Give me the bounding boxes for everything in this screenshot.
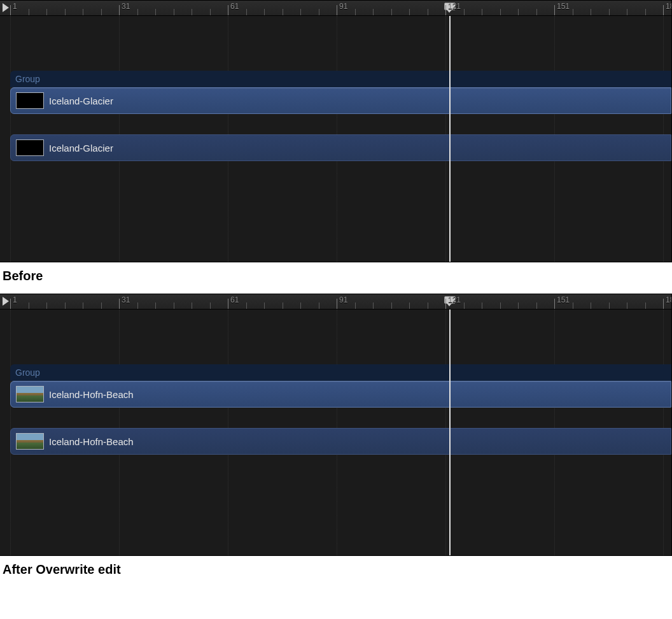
ruler-tick-label: 91 — [339, 295, 347, 304]
clip[interactable]: Iceland-Hofn-Beach — [10, 428, 671, 455]
ruler-tick-major — [554, 299, 555, 309]
ruler-tick — [518, 302, 519, 309]
clip-name: Iceland-Hofn-Beach — [49, 436, 134, 447]
ruler-tick-major — [228, 299, 228, 309]
ruler-tick-label: 61 — [230, 295, 239, 304]
ruler-tick-major — [445, 299, 446, 309]
ruler-tick — [482, 302, 482, 309]
ruler-tick — [246, 9, 247, 15]
ruler-tick — [65, 302, 66, 309]
ruler-tick — [174, 302, 174, 309]
clip-thumbnail — [16, 386, 44, 402]
clip-name: Iceland-Glacier — [49, 96, 113, 106]
ruler-tick — [500, 9, 501, 15]
ruler-tick-major — [10, 5, 11, 15]
timeline-ruler[interactable]: 1316191121151181 — [0, 294, 671, 310]
ruler-tick — [192, 9, 192, 15]
ruler-tick — [300, 302, 301, 309]
timeline-after: 1316191121151181 Group Iceland-Hofn-Beac… — [0, 294, 672, 556]
ruler-tick — [627, 302, 627, 309]
ruler-tick-label: 31 — [122, 295, 130, 304]
ruler-tick — [428, 302, 428, 309]
clip-thumbnail — [16, 433, 44, 450]
ruler-tick — [210, 9, 211, 15]
ruler-tick-major — [663, 5, 664, 15]
ruler-tick-major — [337, 299, 337, 309]
ruler-tick — [283, 9, 283, 15]
ruler-tick — [264, 302, 265, 309]
ruler-tick — [83, 302, 83, 309]
ruler-tick — [573, 302, 573, 309]
ruler-tick-major — [445, 5, 446, 15]
ruler-tick — [536, 302, 537, 309]
ruler-tick — [355, 9, 356, 15]
ruler-tick — [283, 302, 283, 309]
ruler-tick — [373, 302, 374, 309]
group-label: Group — [15, 367, 40, 378]
group-header[interactable]: Group — [10, 364, 671, 381]
ruler-tick — [319, 9, 319, 15]
ruler-tick-major — [119, 299, 120, 309]
ruler-tick — [464, 302, 465, 309]
ruler-tick-major — [228, 5, 228, 15]
ruler-tick — [645, 9, 646, 15]
ruler-tick — [155, 302, 156, 309]
clip-name: Iceland-Glacier — [49, 143, 113, 153]
timeline-start-marker-icon — [3, 297, 9, 306]
ruler-tick — [101, 9, 102, 15]
ruler-tick — [264, 9, 265, 15]
ruler-tick — [609, 9, 610, 15]
ruler-tick — [536, 9, 537, 15]
group-header[interactable]: Group — [10, 71, 671, 87]
ruler-tick-major — [10, 299, 11, 309]
ruler-tick — [137, 302, 138, 309]
timeline-ruler[interactable]: 1316191121151181 — [0, 1, 671, 16]
ruler-tick-major — [337, 5, 337, 15]
ruler-tick — [645, 302, 646, 309]
timeline-tracks-area[interactable]: Group Iceland-Hofn-Beach Iceland-Hofn-Be… — [0, 310, 671, 555]
clip-thumbnail — [16, 139, 44, 156]
ruler-tick — [246, 302, 247, 309]
timeline-tracks-area[interactable]: Group Iceland-Glacier Iceland-Glacier — [0, 16, 671, 262]
caption-after: After Overwrite edit — [0, 556, 672, 587]
ruler-tick — [101, 302, 102, 309]
clip[interactable]: Iceland-Glacier — [10, 134, 671, 161]
caption-before: Before — [0, 262, 672, 294]
ruler-tick — [464, 9, 465, 15]
ruler-tick — [300, 9, 301, 15]
ruler-tick — [29, 9, 29, 15]
ruler-tick-label: 121 — [448, 295, 461, 304]
ruler-tick-label: 1 — [13, 2, 17, 11]
ruler-tick — [500, 302, 501, 309]
ruler-tick-label: 151 — [557, 2, 570, 11]
ruler-tick — [428, 9, 428, 15]
ruler-tick-label: 91 — [339, 2, 347, 11]
ruler-tick — [391, 9, 392, 15]
ruler-tick — [355, 302, 356, 309]
ruler-tick — [591, 302, 591, 309]
ruler-tick — [409, 9, 410, 15]
ruler-tick — [319, 302, 319, 309]
ruler-tick — [46, 9, 47, 15]
ruler-tick — [627, 9, 627, 15]
ruler-tick-label: 61 — [230, 2, 239, 11]
ruler-tick-major — [663, 299, 664, 309]
ruler-tick-major — [554, 5, 555, 15]
ruler-tick-major — [119, 5, 120, 15]
ruler-tick — [192, 302, 192, 309]
ruler-tick-label: 181 — [666, 2, 672, 11]
ruler-tick — [591, 9, 591, 15]
clip-name: Iceland-Hofn-Beach — [49, 389, 134, 400]
clip[interactable]: Iceland-Glacier — [10, 87, 671, 114]
ruler-tick — [482, 9, 482, 15]
ruler-tick-label: 181 — [666, 295, 672, 304]
ruler-tick — [391, 302, 392, 309]
group-label: Group — [15, 74, 40, 84]
ruler-tick — [137, 9, 138, 15]
ruler-tick — [155, 9, 156, 15]
ruler-tick — [83, 9, 83, 15]
clip[interactable]: Iceland-Hofn-Beach — [10, 381, 671, 408]
ruler-tick — [46, 302, 47, 309]
ruler-tick — [210, 302, 211, 309]
clip-thumbnail — [16, 92, 44, 109]
